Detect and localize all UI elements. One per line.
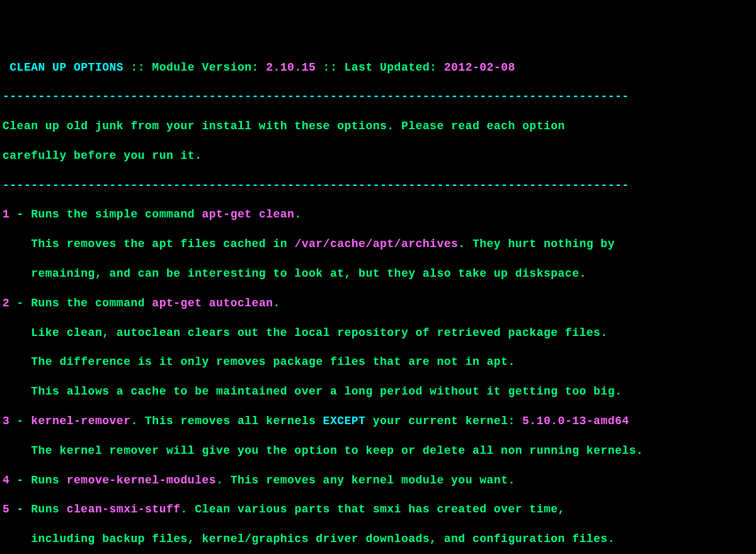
module-label: Module Version: <box>152 61 266 74</box>
command: kernel-remover <box>31 415 130 427</box>
dash: - <box>9 474 31 487</box>
option-5-desc: including backup files, kernel/graphics … <box>3 532 756 546</box>
opt-text: . <box>273 297 280 309</box>
opt-text: Runs <box>31 474 67 487</box>
divider: ----------------------------------------… <box>3 178 756 193</box>
opt-text: . Clean various parts that smxi has crea… <box>181 503 565 516</box>
opt-text: . This removes any kernel module you wan… <box>216 474 515 487</box>
intro-line: carefully before you run it. <box>3 149 756 163</box>
header-line: CLEAN UP OPTIONS :: Module Version: 2.10… <box>3 61 756 75</box>
command: clean-smxi-stuff <box>67 503 181 516</box>
opt-text: Runs <box>31 503 67 516</box>
dash: - <box>9 297 31 309</box>
module-version: 2.10.15 <box>266 61 323 74</box>
option-1[interactable]: 1 - Runs the simple command apt-get clea… <box>3 207 756 222</box>
updated-date: 2012-02-08 <box>444 61 515 74</box>
screen-title: CLEAN UP OPTIONS <box>3 61 130 74</box>
path: /var/cache/apt/archives <box>294 238 458 250</box>
opt-text: . <box>294 208 301 221</box>
option-5[interactable]: 5 - Runs clean-smxi-stuff. Clean various… <box>3 502 756 517</box>
option-4[interactable]: 4 - Runs remove-kernel-modules. This rem… <box>3 473 756 488</box>
opt-text: Runs the command <box>31 297 152 309</box>
opt-text: Runs the simple command <box>31 208 202 221</box>
opt-number: 1 <box>3 208 9 221</box>
divider: ----------------------------------------… <box>3 89 756 104</box>
dash: - <box>9 208 31 221</box>
sep: :: <box>323 61 345 74</box>
option-2-desc: The difference is it only removes packag… <box>3 355 756 369</box>
opt-text: your current kernel: <box>365 415 522 427</box>
option-2-desc: This allows a cache to be maintained ove… <box>3 384 756 399</box>
option-1-desc: remaining, and can be interesting to loo… <box>3 267 756 281</box>
keyword-except: EXCEPT <box>323 415 366 427</box>
sep: :: <box>130 61 152 74</box>
dash: - <box>9 503 31 516</box>
opt-number: 4 <box>3 474 9 487</box>
intro-line: Clean up old junk from your install with… <box>3 119 756 134</box>
updated-label: Last Updated: <box>345 61 444 74</box>
command: apt-get autoclean <box>152 297 273 309</box>
command: apt-get clean <box>202 208 294 221</box>
opt-text: . They hurt nothing by <box>458 238 615 250</box>
option-3[interactable]: 3 - kernel-remover. This removes all ker… <box>3 414 756 429</box>
option-2-desc: Like clean, autoclean clears out the loc… <box>3 326 756 340</box>
option-3-desc: The kernel remover will give you the opt… <box>3 444 756 458</box>
opt-text: This removes the apt files cached in <box>3 238 294 250</box>
command: remove-kernel-modules <box>67 474 216 487</box>
kernel-version: 5.10.0-13-amd64 <box>522 415 629 427</box>
option-2[interactable]: 2 - Runs the command apt-get autoclean. <box>3 296 756 311</box>
opt-number: 3 <box>3 415 9 427</box>
option-1-desc: This removes the apt files cached in /va… <box>3 237 756 251</box>
opt-text: . This removes all kernels <box>130 415 323 427</box>
opt-number: 5 <box>3 503 9 516</box>
dash: - <box>9 415 31 427</box>
opt-number: 2 <box>3 297 9 309</box>
